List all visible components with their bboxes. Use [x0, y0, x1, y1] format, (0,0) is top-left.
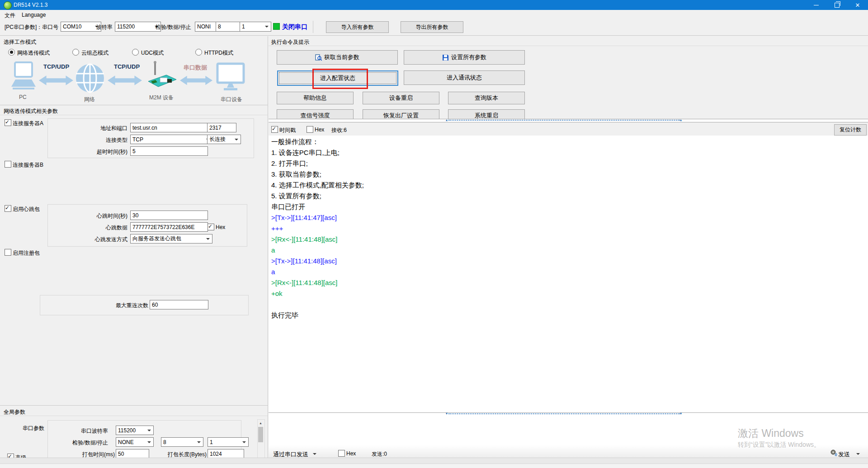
menu-language[interactable]: Language — [22, 12, 46, 18]
m2m-label: M2M 设备 — [149, 94, 174, 102]
pc-label: PC — [19, 94, 27, 100]
hb-mode-select[interactable]: 向服务器发送心跳包 — [130, 234, 212, 243]
query-version-button[interactable]: 查询版本 — [448, 92, 525, 104]
log-line: 执行完毕 — [271, 310, 832, 321]
server-a-port-value: 2317 — [209, 125, 222, 131]
scrollbar-thumb[interactable] — [258, 427, 263, 442]
hb-mode-label: 心跳发送方式 — [77, 236, 127, 243]
global-group-title: 全局参数 — [4, 408, 25, 416]
splitter-arrow-icon[interactable]: ▴ — [680, 118, 682, 122]
left-panel-scrollbar[interactable]: ▲ ▼ — [257, 419, 265, 463]
server-a-address-input[interactable]: test.usr.cn — [130, 123, 208, 132]
log-line: +++ — [271, 223, 832, 234]
close-button[interactable]: ✕ — [847, 0, 868, 10]
reboot-device-button[interactable]: 设备重启 — [363, 92, 439, 104]
g-stopbits-select[interactable]: 1 — [208, 437, 249, 447]
baud-value: 115200 — [117, 23, 135, 30]
timestamp-checkbox[interactable] — [271, 126, 278, 133]
g-databits-select[interactable]: 8 — [161, 437, 203, 447]
log-line: 4. 选择工作模式,配置相关参数; — [271, 180, 832, 191]
radio-httpd-label[interactable]: HTTPD模式 — [204, 49, 233, 57]
mode-group-title: 选择工作模式 — [4, 38, 36, 46]
hb-hex-checkbox[interactable] — [208, 224, 214, 230]
g-parity-select[interactable]: NONE — [116, 437, 154, 447]
stopbits-select[interactable]: 1 — [240, 22, 271, 32]
log-line: 3. 获取当前参数; — [271, 169, 832, 180]
send-sound-icon[interactable] — [830, 449, 837, 456]
server-b-checkbox[interactable] — [5, 161, 11, 168]
recv-hex-checkbox[interactable] — [307, 126, 313, 133]
menu-file[interactable]: 文件 — [5, 12, 15, 19]
hb-data-input[interactable]: 7777772E7573722E636E — [130, 222, 208, 232]
g-stopbits-value: 1 — [210, 439, 213, 445]
send-chevron-icon[interactable] — [856, 453, 860, 455]
radio-cloud-label[interactable]: 云组态模式 — [81, 49, 108, 57]
splitter-arrow-icon[interactable]: ▴ — [446, 118, 448, 122]
baud-select[interactable]: 115200 — [115, 22, 161, 32]
g-parity-label: 检验/数据/停止 — [69, 439, 108, 447]
server-a-checkbox[interactable] — [5, 119, 11, 126]
hb-data-label: 心跳数据 — [77, 224, 127, 232]
send-hex-checkbox[interactable] — [338, 450, 345, 457]
enter-comm-button[interactable]: 进入通讯状态 — [404, 70, 525, 85]
log-line: 1. 设备连PC串口,上电; — [271, 147, 832, 158]
receive-log[interactable]: 一般操作流程：1. 设备连PC串口,上电;2. 打开串口;3. 获取当前参数;4… — [271, 136, 832, 321]
server-a-address-value: test.usr.cn — [132, 125, 157, 131]
recv-hex-label: Hex — [315, 126, 324, 133]
m2m-device-icon — [145, 60, 179, 93]
params-group-title: 网络透传模式相关参数 — [4, 108, 58, 115]
hb-mode-value: 向服务器发送心跳包 — [132, 235, 181, 243]
restore-button[interactable] — [826, 0, 847, 10]
com-port-select[interactable]: COM10 — [61, 22, 101, 32]
activate-windows-watermark-sub: 转到“设置”以激活 Windows。 — [738, 441, 820, 449]
title-bar: DR514 V2.1.3 ✕ — [0, 0, 868, 10]
get-params-button[interactable]: 获取当前参数 — [277, 50, 398, 65]
radio-cloud[interactable] — [72, 49, 79, 56]
conn-type-select[interactable]: TCP — [130, 135, 212, 144]
radio-httpd[interactable] — [195, 49, 202, 56]
top-splitter[interactable]: ▴ ▴ — [269, 119, 868, 122]
help-button[interactable]: 帮助信息 — [277, 92, 354, 104]
reconnect-value: 60 — [152, 302, 158, 308]
set-params-button[interactable]: 设置所有参数 — [404, 50, 525, 65]
floppy-icon — [442, 54, 449, 61]
radio-net-transparent[interactable] — [8, 49, 15, 56]
reset-counter-button[interactable]: 复位计数 — [834, 124, 867, 136]
pc-icon — [9, 61, 37, 91]
send-via-chevron-icon[interactable] — [313, 453, 316, 455]
serial-device-icon — [216, 62, 245, 92]
register-checkbox[interactable] — [5, 249, 11, 256]
splitter-handle[interactable] — [448, 120, 680, 121]
timeout-input[interactable]: 5 — [130, 146, 208, 156]
pack-len-input[interactable]: 1024 — [208, 449, 244, 459]
timeout-label: 超时时间(秒) — [81, 148, 127, 156]
network-globe-icon — [75, 63, 105, 93]
send-count: 发送:0 — [372, 450, 387, 458]
reboot-device-label: 设备重启 — [389, 94, 413, 102]
click-highlight-annotation — [312, 69, 368, 89]
log-line: >[Rx<-][11:41:48][asc] — [271, 277, 832, 288]
server-a-label: 连接服务器A — [13, 120, 43, 127]
scroll-up-icon[interactable]: ▲ — [258, 420, 264, 426]
conn-type-value: TCP — [132, 136, 143, 143]
g-baud-select[interactable]: 115200 — [116, 426, 154, 435]
server-b-label: 连接服务器B — [13, 161, 43, 169]
radio-udc-label[interactable]: UDC模式 — [141, 49, 164, 57]
addr-label: 地址和端口 — [81, 125, 127, 132]
server-a-port-input[interactable]: 2317 — [207, 123, 236, 132]
close-port-button[interactable]: 关闭串口 — [282, 23, 307, 31]
conn-mode-select[interactable]: 长连接 — [207, 135, 241, 144]
splitter-handle[interactable] — [448, 413, 680, 414]
pack-time-input[interactable]: 50 — [116, 449, 149, 459]
radio-net-transparent-label[interactable]: 网络透传模式 — [17, 49, 50, 57]
import-params-button[interactable]: 导入所有参数 — [326, 21, 389, 33]
hb-time-input[interactable]: 30 — [130, 211, 208, 220]
log-line: >[Rx<-][11:41:48][asc] — [271, 234, 832, 245]
heartbeat-checkbox[interactable] — [5, 205, 11, 212]
toolbar-separator — [313, 21, 313, 33]
minimize-button[interactable] — [806, 0, 826, 10]
log-line: 一般操作流程： — [271, 136, 832, 147]
reconnect-input[interactable]: 60 — [150, 300, 208, 309]
radio-udc[interactable] — [132, 49, 139, 56]
export-params-button[interactable]: 导出所有参数 — [401, 21, 463, 33]
